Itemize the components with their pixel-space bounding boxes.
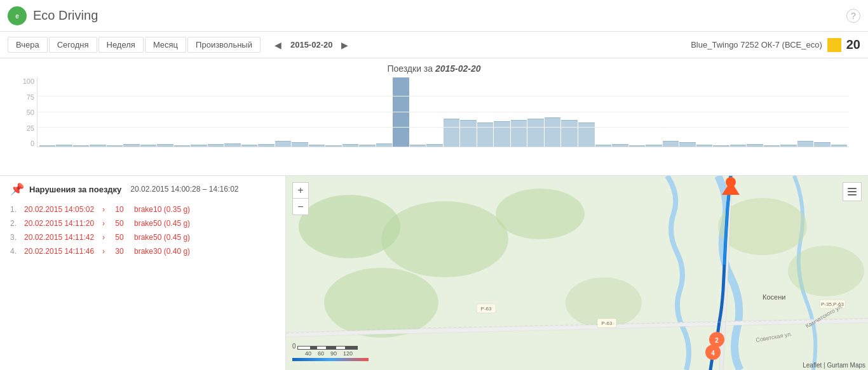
violation-item: 2. 20.02.2015 14:11:20 › 50 brake50 (0.4… bbox=[10, 216, 275, 230]
chart-bar bbox=[174, 145, 191, 147]
chart-bar bbox=[258, 144, 275, 147]
chart-bar bbox=[511, 120, 527, 147]
header: e Eco Driving ? bbox=[0, 0, 868, 32]
svg-point-5 bbox=[496, 188, 585, 239]
violation-time[interactable]: 20.02.2015 14:11:42 bbox=[24, 233, 97, 242]
map-background: Р-63 Р-63 Р-35,Р-63 Советская ул. Камчат… bbox=[286, 176, 868, 370]
violations-date: 20.02.2015 14:00:28 – 14:16:02 bbox=[130, 185, 238, 194]
chart-bar bbox=[224, 143, 241, 147]
chart-bar bbox=[275, 141, 292, 147]
chart-bar bbox=[612, 144, 628, 147]
chart-bars bbox=[37, 77, 849, 147]
svg-point-4 bbox=[381, 201, 508, 277]
violation-time[interactable]: 20.02.2015 14:05:02 bbox=[24, 205, 97, 214]
svg-text:2: 2 bbox=[715, 337, 719, 344]
chart-bar bbox=[494, 121, 510, 147]
chart-bar bbox=[764, 145, 780, 147]
scale-label-60: 60 bbox=[318, 350, 324, 357]
y-label-25: 25 bbox=[19, 124, 34, 132]
period-buttons: Вчера Сегодня Неделя Месяц Произвольный bbox=[8, 37, 261, 53]
chart-area: Поездки за 2015-02-20 100 75 50 25 0 bbox=[0, 58, 868, 176]
violations-title: Нарушения за поездку bbox=[29, 185, 121, 194]
chart-bar bbox=[595, 145, 612, 147]
chart-bar bbox=[545, 117, 561, 147]
violation-speed: 50 bbox=[110, 233, 129, 242]
chart-bar bbox=[309, 145, 325, 147]
period-btn-today[interactable]: Сегодня bbox=[49, 37, 97, 53]
layers-icon bbox=[846, 186, 858, 197]
svg-rect-27 bbox=[848, 194, 857, 195]
violation-number: 1. bbox=[10, 205, 19, 214]
help-button[interactable]: ? bbox=[846, 9, 860, 23]
chart-bar bbox=[444, 119, 460, 147]
map-scale: 0 40 60 90 120 bbox=[292, 343, 369, 361]
svg-text:4: 4 bbox=[711, 350, 715, 357]
date-prev-button[interactable]: ◀ bbox=[271, 39, 285, 51]
svg-rect-25 bbox=[848, 188, 857, 189]
period-btn-week[interactable]: Неделя bbox=[98, 37, 144, 53]
chart-bar bbox=[747, 144, 763, 147]
chart-bar bbox=[157, 144, 173, 147]
date-navigator: ◀ 2015-02-20 ▶ bbox=[271, 39, 353, 51]
chart-bar bbox=[629, 145, 646, 147]
chart-bar bbox=[477, 122, 494, 147]
chart-bar bbox=[123, 144, 140, 147]
period-btn-yesterday[interactable]: Вчера bbox=[8, 37, 48, 53]
zoom-in-button[interactable]: + bbox=[292, 182, 309, 199]
chart-bar bbox=[527, 119, 544, 147]
zoom-out-button[interactable]: − bbox=[292, 199, 309, 215]
chart-bar bbox=[410, 145, 426, 147]
period-btn-month[interactable]: Месяц bbox=[145, 37, 186, 53]
chart-bar bbox=[713, 145, 729, 147]
chart-bar bbox=[646, 145, 662, 147]
violation-speed: 10 bbox=[110, 205, 129, 214]
chart-bar bbox=[376, 143, 393, 147]
y-label-75: 75 bbox=[19, 93, 34, 101]
chart-bar bbox=[191, 145, 207, 147]
chart-bar bbox=[56, 145, 72, 147]
violation-item: 3. 20.02.2015 14:11:42 › 50 brake50 (0.4… bbox=[10, 230, 275, 244]
violation-time[interactable]: 20.02.2015 14:11:20 bbox=[24, 219, 97, 228]
svg-text:e: e bbox=[15, 13, 19, 20]
app-logo: e bbox=[8, 6, 27, 25]
period-btn-custom[interactable]: Произвольный bbox=[187, 37, 261, 53]
current-date: 2015-02-20 bbox=[290, 40, 333, 50]
chart-bar bbox=[90, 145, 106, 147]
chart-bar bbox=[107, 145, 123, 147]
chart-bar bbox=[325, 145, 342, 147]
chart-bar bbox=[342, 144, 359, 147]
chart-bar bbox=[578, 122, 595, 147]
main-content: 📌 Нарушения за поездку 20.02.2015 14:00:… bbox=[0, 176, 868, 370]
score-value: 20 bbox=[846, 37, 860, 52]
map-zoom-controls: + − bbox=[292, 182, 309, 215]
chart-bar bbox=[460, 120, 477, 147]
chart-bar bbox=[561, 120, 578, 147]
svg-text:Косени: Косени bbox=[763, 293, 785, 301]
chart-bar bbox=[359, 145, 376, 147]
violation-number: 4. bbox=[10, 247, 19, 256]
violation-item: 4. 20.02.2015 14:11:46 › 30 brake30 (0.4… bbox=[10, 244, 275, 258]
violation-number: 3. bbox=[10, 233, 19, 242]
chart-bar bbox=[814, 142, 831, 147]
chart-bar bbox=[208, 144, 224, 147]
violations-list: 1. 20.02.2015 14:05:02 › 10 brake10 (0.3… bbox=[10, 202, 275, 258]
chart-bar bbox=[241, 145, 258, 147]
violation-number: 2. bbox=[10, 219, 19, 228]
map-layers-button[interactable] bbox=[843, 182, 862, 201]
violation-time[interactable]: 20.02.2015 14:11:46 bbox=[24, 247, 97, 256]
vehicle-info: Blue_Twingo 7252 ОК-7 (ВСЕ_eco) 20 bbox=[691, 37, 860, 52]
score-badge bbox=[827, 38, 841, 52]
chart-bar bbox=[730, 145, 747, 147]
chart-bar bbox=[426, 144, 443, 147]
chart-bar bbox=[663, 141, 679, 147]
scale-label-90: 90 bbox=[330, 350, 337, 357]
map-panel: Р-63 Р-63 Р-35,Р-63 Советская ул. Камчат… bbox=[286, 176, 868, 370]
chart-bar bbox=[393, 77, 409, 147]
violation-speed: 50 bbox=[110, 219, 129, 228]
date-next-button[interactable]: ▶ bbox=[337, 39, 352, 51]
violation-desc: brake10 (0.35 g) bbox=[134, 205, 190, 214]
page-title: Eco Driving bbox=[33, 8, 846, 23]
chart-date: 2015-02-20 bbox=[435, 63, 481, 74]
svg-text:Р-63: Р-63 bbox=[481, 306, 492, 312]
y-label-100: 100 bbox=[19, 77, 34, 85]
